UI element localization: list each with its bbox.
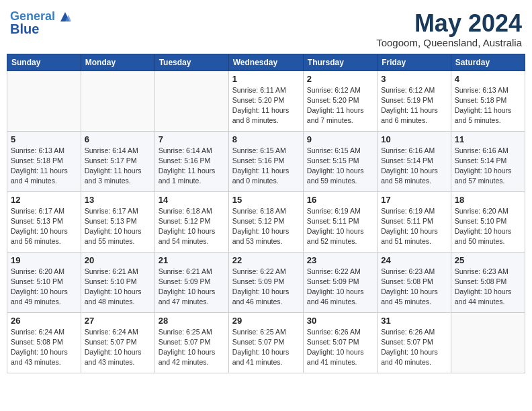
day-info: Sunrise: 6:19 AM Sunset: 5:11 PM Dayligh…	[381, 206, 447, 247]
day-number: 1	[232, 74, 300, 84]
day-info: Sunrise: 6:17 AM Sunset: 5:13 PM Dayligh…	[85, 206, 151, 247]
logo-icon	[59, 11, 71, 23]
day-info: Sunrise: 6:25 AM Sunset: 5:07 PM Dayligh…	[159, 327, 225, 368]
calendar-cell: 13Sunrise: 6:17 AM Sunset: 5:13 PM Dayli…	[81, 191, 154, 252]
title-area: May 2024 Toogoom, Queensland, Australia	[376, 10, 522, 48]
day-number: 13	[85, 195, 151, 205]
calendar-week-row: 19Sunrise: 6:20 AM Sunset: 5:10 PM Dayli…	[7, 252, 525, 312]
day-info: Sunrise: 6:26 AM Sunset: 5:07 PM Dayligh…	[307, 327, 373, 368]
day-number: 20	[85, 255, 151, 265]
day-info: Sunrise: 6:12 AM Sunset: 5:19 PM Dayligh…	[381, 85, 447, 126]
day-number: 21	[159, 255, 225, 265]
day-info: Sunrise: 6:23 AM Sunset: 5:08 PM Dayligh…	[381, 267, 447, 308]
day-number: 14	[159, 195, 225, 205]
calendar-cell: 21Sunrise: 6:21 AM Sunset: 5:09 PM Dayli…	[154, 252, 228, 312]
day-number: 11	[455, 134, 521, 144]
day-number: 22	[232, 255, 300, 265]
weekday-header: Sunday	[7, 54, 81, 71]
day-info: Sunrise: 6:18 AM Sunset: 5:12 PM Dayligh…	[159, 206, 225, 247]
day-info: Sunrise: 6:16 AM Sunset: 5:14 PM Dayligh…	[455, 146, 521, 187]
calendar-cell: 30Sunrise: 6:26 AM Sunset: 5:07 PM Dayli…	[303, 312, 377, 373]
day-info: Sunrise: 6:21 AM Sunset: 5:09 PM Dayligh…	[159, 267, 225, 308]
day-info: Sunrise: 6:12 AM Sunset: 5:20 PM Dayligh…	[307, 85, 373, 126]
calendar-week-row: 26Sunrise: 6:24 AM Sunset: 5:08 PM Dayli…	[7, 312, 525, 373]
day-number: 17	[381, 195, 447, 205]
day-number: 19	[11, 255, 77, 265]
day-info: Sunrise: 6:18 AM Sunset: 5:12 PM Dayligh…	[232, 206, 300, 247]
day-number: 24	[381, 255, 447, 265]
calendar-cell: 25Sunrise: 6:23 AM Sunset: 5:08 PM Dayli…	[451, 252, 525, 312]
location-subtitle: Toogoom, Queensland, Australia	[376, 37, 522, 48]
day-info: Sunrise: 6:20 AM Sunset: 5:10 PM Dayligh…	[11, 267, 77, 308]
day-info: Sunrise: 6:24 AM Sunset: 5:07 PM Dayligh…	[85, 327, 151, 368]
day-info: Sunrise: 6:22 AM Sunset: 5:09 PM Dayligh…	[232, 267, 300, 308]
day-info: Sunrise: 6:22 AM Sunset: 5:09 PM Dayligh…	[307, 267, 373, 308]
day-info: Sunrise: 6:15 AM Sunset: 5:15 PM Dayligh…	[307, 146, 373, 187]
day-number: 27	[85, 316, 151, 326]
day-info: Sunrise: 6:20 AM Sunset: 5:10 PM Dayligh…	[455, 206, 521, 247]
day-number: 2	[307, 74, 373, 84]
day-info: Sunrise: 6:13 AM Sunset: 5:18 PM Dayligh…	[455, 85, 521, 126]
day-number: 8	[232, 134, 300, 144]
day-info: Sunrise: 6:14 AM Sunset: 5:16 PM Dayligh…	[159, 146, 225, 187]
calendar-cell: 12Sunrise: 6:17 AM Sunset: 5:13 PM Dayli…	[7, 191, 81, 252]
calendar-cell: 20Sunrise: 6:21 AM Sunset: 5:10 PM Dayli…	[81, 252, 154, 312]
day-number: 16	[307, 195, 373, 205]
day-info: Sunrise: 6:13 AM Sunset: 5:18 PM Dayligh…	[11, 146, 77, 187]
day-info: Sunrise: 6:26 AM Sunset: 5:07 PM Dayligh…	[381, 327, 447, 368]
day-number: 25	[455, 255, 521, 265]
calendar-cell: 2Sunrise: 6:12 AM Sunset: 5:20 PM Daylig…	[303, 71, 377, 131]
calendar-cell: 4Sunrise: 6:13 AM Sunset: 5:18 PM Daylig…	[451, 71, 525, 131]
day-number: 26	[11, 316, 77, 326]
day-info: Sunrise: 6:17 AM Sunset: 5:13 PM Dayligh…	[11, 206, 77, 247]
day-info: Sunrise: 6:15 AM Sunset: 5:16 PM Dayligh…	[232, 146, 300, 187]
day-number: 10	[381, 134, 447, 144]
day-info: Sunrise: 6:16 AM Sunset: 5:14 PM Dayligh…	[381, 146, 447, 187]
calendar-cell: 18Sunrise: 6:20 AM Sunset: 5:10 PM Dayli…	[451, 191, 525, 252]
day-number: 31	[381, 316, 447, 326]
calendar-cell	[81, 71, 154, 131]
calendar-cell: 26Sunrise: 6:24 AM Sunset: 5:08 PM Dayli…	[7, 312, 81, 373]
calendar-cell: 1Sunrise: 6:11 AM Sunset: 5:20 PM Daylig…	[228, 71, 303, 131]
day-info: Sunrise: 6:11 AM Sunset: 5:20 PM Dayligh…	[232, 85, 300, 126]
page-header: General Blue May 2024 Toogoom, Queenslan…	[7, 7, 525, 48]
calendar-week-row: 12Sunrise: 6:17 AM Sunset: 5:13 PM Dayli…	[7, 191, 525, 252]
calendar-cell: 31Sunrise: 6:26 AM Sunset: 5:07 PM Dayli…	[378, 312, 451, 373]
logo-text2: Blue	[10, 21, 39, 36]
day-number: 15	[232, 195, 300, 205]
calendar-week-row: 1Sunrise: 6:11 AM Sunset: 5:20 PM Daylig…	[7, 71, 525, 131]
calendar-cell: 11Sunrise: 6:16 AM Sunset: 5:14 PM Dayli…	[451, 131, 525, 191]
calendar-week-row: 5Sunrise: 6:13 AM Sunset: 5:18 PM Daylig…	[7, 131, 525, 191]
day-info: Sunrise: 6:25 AM Sunset: 5:07 PM Dayligh…	[232, 327, 300, 368]
day-number: 9	[307, 134, 373, 144]
calendar-cell: 6Sunrise: 6:14 AM Sunset: 5:17 PM Daylig…	[81, 131, 154, 191]
day-info: Sunrise: 6:14 AM Sunset: 5:17 PM Dayligh…	[85, 146, 151, 187]
calendar-cell: 15Sunrise: 6:18 AM Sunset: 5:12 PM Dayli…	[228, 191, 303, 252]
weekday-header: Wednesday	[228, 54, 303, 71]
weekday-header: Saturday	[451, 54, 525, 71]
day-number: 18	[455, 195, 521, 205]
calendar-cell: 10Sunrise: 6:16 AM Sunset: 5:14 PM Dayli…	[378, 131, 451, 191]
calendar-cell: 27Sunrise: 6:24 AM Sunset: 5:07 PM Dayli…	[81, 312, 154, 373]
day-number: 4	[455, 74, 521, 84]
weekday-header: Tuesday	[154, 54, 228, 71]
day-info: Sunrise: 6:24 AM Sunset: 5:08 PM Dayligh…	[11, 327, 77, 368]
calendar-cell: 22Sunrise: 6:22 AM Sunset: 5:09 PM Dayli…	[228, 252, 303, 312]
weekday-header: Friday	[378, 54, 451, 71]
day-number: 30	[307, 316, 373, 326]
calendar-cell: 3Sunrise: 6:12 AM Sunset: 5:19 PM Daylig…	[378, 71, 451, 131]
day-info: Sunrise: 6:19 AM Sunset: 5:11 PM Dayligh…	[307, 206, 373, 247]
day-number: 28	[159, 316, 225, 326]
weekday-header: Thursday	[303, 54, 377, 71]
calendar-table: SundayMondayTuesdayWednesdayThursdayFrid…	[7, 54, 525, 373]
day-number: 29	[232, 316, 300, 326]
month-year-title: May 2024	[376, 10, 522, 37]
weekday-header: Monday	[81, 54, 154, 71]
day-number: 23	[307, 255, 373, 265]
day-number: 3	[381, 74, 447, 84]
logo: General Blue	[10, 10, 71, 36]
day-info: Sunrise: 6:23 AM Sunset: 5:08 PM Dayligh…	[455, 267, 521, 308]
calendar-cell: 5Sunrise: 6:13 AM Sunset: 5:18 PM Daylig…	[7, 131, 81, 191]
calendar-cell: 28Sunrise: 6:25 AM Sunset: 5:07 PM Dayli…	[154, 312, 228, 373]
calendar-cell: 17Sunrise: 6:19 AM Sunset: 5:11 PM Dayli…	[378, 191, 451, 252]
